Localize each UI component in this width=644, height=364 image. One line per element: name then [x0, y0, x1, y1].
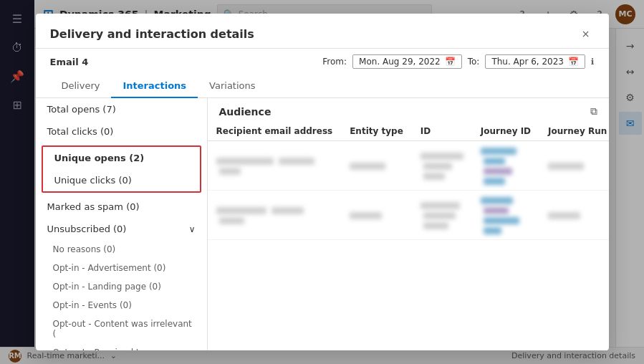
- audience-table: Recipient email address Entity type ID J…: [208, 122, 609, 240]
- to-label: To:: [468, 57, 480, 67]
- col-entity-type: Entity type: [341, 122, 412, 141]
- table-header-row: Recipient email address Entity type ID J…: [208, 122, 609, 141]
- sub-item-optin-landing[interactable]: Opt-in - Landing page (0): [36, 277, 207, 296]
- cell-id-2: [412, 191, 472, 240]
- to-date-input[interactable]: Thu. Apr 6, 2023 📅: [485, 54, 585, 69]
- modal-title: Delivery and interaction details: [50, 27, 254, 41]
- stat-total-opens[interactable]: Total opens (7): [36, 98, 207, 120]
- stat-unique-clicks[interactable]: Unique clicks (0): [43, 169, 200, 191]
- modal-subheader: Email 4 From: Mon. Aug 29, 2022 📅 To: Th…: [36, 49, 609, 75]
- col-journey-run: Journey Run: [539, 122, 608, 141]
- from-date-value: Mon. Aug 29, 2022: [359, 57, 441, 67]
- calendar-icon-to: 📅: [568, 57, 579, 67]
- modal-body: Total opens (7) Total clicks (0) Unique …: [36, 98, 609, 350]
- table-row[interactable]: [208, 191, 609, 240]
- chevron-down-icon: ∨: [189, 224, 196, 234]
- cell-email-1: [208, 141, 342, 191]
- calendar-icon-from: 📅: [445, 57, 456, 67]
- to-date-value: Thu. Apr 6, 2023: [491, 57, 564, 67]
- cell-entity-2: [341, 191, 412, 240]
- cell-id-1: [412, 141, 472, 191]
- table-row[interactable]: [208, 141, 609, 191]
- left-panel: Total opens (7) Total clicks (0) Unique …: [36, 98, 208, 350]
- col-id: ID: [412, 122, 472, 141]
- sub-item-optout-frequent[interactable]: Opt-out - Received too frequently: [36, 343, 207, 350]
- from-date-input[interactable]: Mon. Aug 29, 2022 📅: [352, 54, 462, 69]
- table-container: Recipient email address Entity type ID J…: [208, 122, 609, 350]
- modal-close-button[interactable]: ×: [577, 25, 595, 42]
- cell-entity-1: [341, 141, 412, 191]
- sub-item-no-reasons[interactable]: No reasons (0): [36, 240, 207, 259]
- date-range: From: Mon. Aug 29, 2022 📅 To: Thu. Apr 6…: [322, 54, 594, 69]
- right-panel: Audience ⧉ Recipient email address Entit…: [208, 98, 609, 350]
- cell-email-2: [208, 191, 342, 240]
- copy-table-icon[interactable]: ⧉: [590, 105, 597, 118]
- stat-unique-opens[interactable]: Unique opens (2): [43, 147, 200, 169]
- modal-email-label: Email 4: [50, 57, 89, 67]
- cell-journey-id-1: [472, 141, 539, 191]
- selected-stats-group: Unique opens (2) Unique clicks (0): [42, 145, 201, 193]
- unsubscribed-header[interactable]: Unsubscribed (0) ∨: [36, 218, 207, 240]
- cell-journey-run-2: [539, 191, 608, 240]
- tab-delivery[interactable]: Delivery: [50, 75, 112, 98]
- cell-journey-run-1: [539, 141, 608, 191]
- sub-item-optout-irrelevant[interactable]: Opt-out - Content was irrelevant (: [36, 315, 207, 343]
- stat-marked-spam[interactable]: Marked as spam (0): [36, 196, 207, 218]
- modal-overlay: Delivery and interaction details × Email…: [0, 0, 644, 364]
- modal-tabs: Delivery Interactions Variations: [36, 75, 609, 98]
- col-recipient-email: Recipient email address: [208, 122, 342, 141]
- date-info-icon[interactable]: ℹ: [591, 57, 595, 67]
- tab-interactions[interactable]: Interactions: [111, 75, 198, 98]
- from-label: From:: [322, 57, 347, 67]
- stat-total-clicks[interactable]: Total clicks (0): [36, 120, 207, 143]
- tab-variations[interactable]: Variations: [198, 75, 266, 98]
- sub-item-optin-events[interactable]: Opt-in - Events (0): [36, 296, 207, 315]
- modal: Delivery and interaction details × Email…: [36, 14, 609, 350]
- audience-header: Audience ⧉: [208, 98, 609, 122]
- sub-item-optin-ad[interactable]: Opt-in - Advertisement (0): [36, 259, 207, 277]
- modal-header: Delivery and interaction details ×: [36, 14, 609, 49]
- cell-journey-id-2: [472, 191, 539, 240]
- col-journey-id: Journey ID: [472, 122, 539, 141]
- audience-title: Audience: [219, 106, 271, 118]
- unsubscribed-label: Unsubscribed (0): [47, 224, 127, 234]
